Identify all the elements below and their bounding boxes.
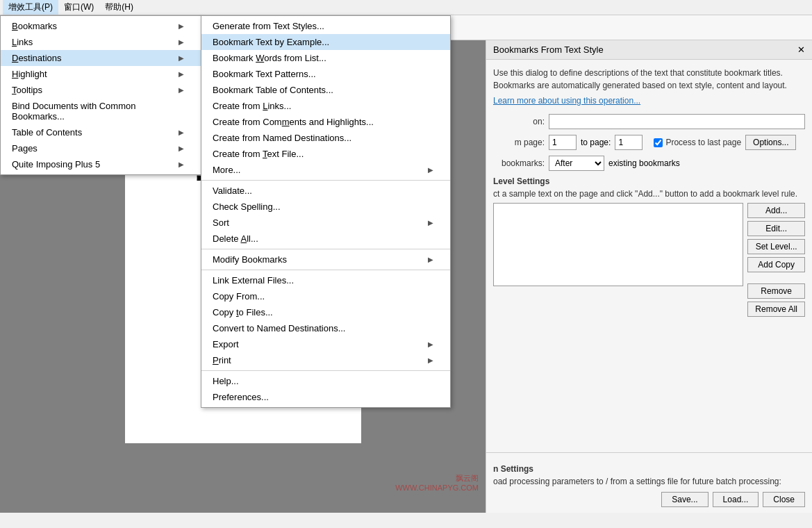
copy-from-label: Copy From... (213, 291, 265, 302)
quite-imposing-arrow: ▶ (179, 160, 184, 168)
tools-menu: Bookmarks ▶ Links ▶ Destinations ▶ Highl… (0, 15, 201, 175)
generate-text-styles-label: Generate from Text Styles... (213, 21, 324, 31)
print-label: Print (213, 355, 231, 365)
submenu-bookmark-toc[interactable]: Bookmark Table of Contents... (201, 82, 450, 98)
destinations-submenu: Generate from Text Styles... Bookmark Te… (201, 15, 451, 408)
menu-toc[interactable]: Table of Contents ▶ (1, 124, 201, 140)
create-text-file-label: Create from Text File... (213, 149, 304, 159)
submenu-create-comments[interactable]: Create from Comments and Highlights... (201, 114, 450, 130)
submenu-generate-text-styles[interactable]: Generate from Text Styles... (201, 18, 450, 34)
menu-links[interactable]: Links ▶ (1, 34, 201, 50)
menu-pages[interactable]: Pages ▶ (1, 140, 201, 156)
links-u: L (12, 37, 17, 47)
pages-label: Pages (12, 143, 38, 154)
menu-quite-imposing[interactable]: Quite Imposing Plus 5 ▶ (1, 156, 201, 172)
links-label: Links (12, 37, 33, 47)
tooltips-label: Tooltips (12, 85, 42, 95)
bookmark-text-patterns-label: Bookmark Text Patterns... (213, 69, 316, 79)
submenu-more[interactable]: More... ▶ (201, 162, 450, 178)
link-external-label: Link External Files... (213, 275, 294, 286)
delete-all-u: A (240, 233, 247, 244)
preferences-label: Preferences... (213, 392, 269, 402)
tooltips-u: T (12, 85, 17, 95)
bookmark-text-example-label: Bookmark Text by Example... (213, 37, 329, 47)
sep1 (201, 180, 450, 181)
submenu-create-text-file[interactable]: Create from Text File... (201, 146, 450, 162)
submenu-convert-named-dest[interactable]: Convert to Named Destinations... (201, 320, 450, 336)
submenu-bookmark-text-example[interactable]: Bookmark Text by Example... (201, 34, 450, 50)
bookmark-words-list-label: Bookmark Words from List... (213, 53, 326, 63)
submenu-help[interactable]: Help... (201, 373, 450, 389)
sep2 (201, 249, 450, 249)
sep4 (201, 370, 450, 371)
tooltips-arrow: ▶ (179, 86, 184, 94)
validate-label: Validate... (213, 185, 252, 196)
more-arrow: ▶ (428, 166, 433, 174)
menu-tooltips[interactable]: Tooltips ▶ (1, 82, 201, 98)
submenu-delete-all[interactable]: Delete All... (201, 231, 450, 247)
toc-label: Table of Contents (12, 127, 82, 138)
submenu-create-named-dest[interactable]: Create from Named Destinations... (201, 130, 450, 146)
create-comments-label: Create from Comments and Highlights... (213, 117, 374, 127)
bind-docs-label: Bind Documents with Common Bookmarks... (12, 101, 184, 122)
destinations-arrow: ▶ (179, 54, 184, 62)
highlight-u: H (12, 69, 18, 79)
export-label: Export (213, 339, 239, 349)
delete-all-label: Delete All... (213, 233, 258, 244)
menu-destinations[interactable]: Destinations ▶ (1, 50, 201, 66)
create-links-u: L (263, 101, 267, 111)
app-window: 增效工具(P) 窗口(W) 帮助(H) 95% 100% 75% 50% ▼ 💾… (0, 0, 812, 528)
submenu-copy-from[interactable]: Copy From... (201, 288, 450, 304)
submenu-sort[interactable]: Sort ▶ (201, 215, 450, 231)
copy-to-files-label: Copy to Files... (213, 307, 273, 317)
menu-highlight[interactable]: Highlight ▶ (1, 66, 201, 82)
create-comments-u: m (282, 117, 290, 127)
highlight-arrow: ▶ (179, 70, 184, 78)
submenu-print[interactable]: Print ▶ (201, 352, 450, 368)
submenu-validate[interactable]: Validate... (201, 183, 450, 199)
destinations-label: Destinations (12, 53, 62, 63)
submenu-link-external[interactable]: Link External Files... (201, 272, 450, 288)
bookmarks-label: Bookmarks (12, 21, 57, 31)
create-text-file-u: T (263, 149, 267, 159)
submenu-bookmark-words-list[interactable]: Bookmark Words from List... (201, 50, 450, 66)
menu-bookmarks[interactable]: Bookmarks ▶ (1, 18, 201, 34)
quite-imposing-label: Quite Imposing Plus 5 (12, 159, 100, 170)
sep3 (201, 270, 450, 270)
check-spelling-label: Check Spelling... (213, 201, 281, 212)
bookmarks-arrow: ▶ (179, 22, 184, 30)
submenu-copy-to-files[interactable]: Copy to Files... (201, 304, 450, 320)
modify-bookmarks-arrow: ▶ (428, 256, 433, 263)
sort-label: Sort (213, 217, 229, 228)
menu-overlay: Bookmarks ▶ Links ▶ Destinations ▶ Highl… (0, 0, 812, 528)
menu-bind-docs[interactable]: Bind Documents with Common Bookmarks... (1, 98, 201, 124)
bookmark-words-u: W (256, 53, 264, 63)
submenu-bookmark-text-patterns[interactable]: Bookmark Text Patterns... (201, 66, 450, 82)
destinations-u: D (12, 53, 18, 63)
export-arrow: ▶ (428, 340, 433, 348)
help-label: Help... (213, 376, 239, 386)
highlight-label: Highlight (12, 69, 47, 79)
print-arrow: ▶ (428, 356, 433, 364)
sort-arrow: ▶ (428, 219, 433, 226)
submenu-check-spelling[interactable]: Check Spelling... (201, 199, 450, 215)
submenu-modify-bookmarks[interactable]: Modify Bookmarks ▶ (201, 251, 450, 267)
more-label: More... (213, 165, 240, 175)
print-u: P (213, 355, 219, 365)
create-links-label: Create from Links... (213, 101, 291, 111)
pages-arrow: ▶ (179, 145, 184, 152)
submenu-preferences[interactable]: Preferences... (201, 389, 450, 405)
bookmarks-u: B (12, 21, 18, 31)
create-named-dest-label: Create from Named Destinations... (213, 133, 351, 143)
submenu-create-links[interactable]: Create from Links... (201, 98, 450, 114)
bookmark-toc-label: Bookmark Table of Contents... (213, 85, 333, 95)
toc-arrow: ▶ (179, 129, 184, 136)
copy-to-files-u: t (236, 307, 239, 317)
modify-bookmarks-label: Modify Bookmarks (213, 254, 287, 265)
convert-named-dest-label: Convert to Named Destinations... (213, 323, 345, 333)
links-arrow: ▶ (179, 38, 184, 46)
submenu-export[interactable]: Export ▶ (201, 336, 450, 352)
